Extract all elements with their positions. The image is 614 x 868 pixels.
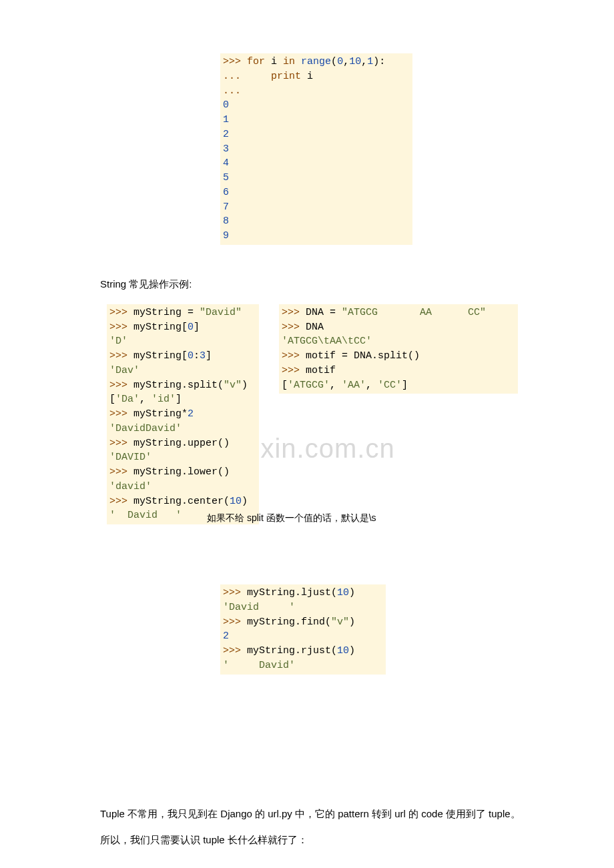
paragraph-tuple-1: Tuple 不常用，我只见到在 Django 的 url.py 中，它的 pat… <box>100 808 554 821</box>
code-block-ljust-rjust: >>> myString.ljust(10) 'David ' >>> mySt… <box>220 584 386 675</box>
code-block-string-left: >>> myString = "David" >>> myString[0] '… <box>107 304 259 524</box>
note-split-default: 如果不给 split 函数一个值的话，默认是\s <box>207 512 554 524</box>
code-block-for-loop: >>> for i in range(0,10,1): ... print i … <box>220 53 412 245</box>
paragraph-tuple-2: 所以，我们只需要认识 tuple 长什么样就行了： <box>100 834 554 847</box>
paragraph-string-ops: String 常见操作示例: <box>100 278 554 291</box>
code-block-string-right: >>> DNA = "ATGCG AA CC" >>> DNA 'ATGCG\t… <box>279 304 518 394</box>
